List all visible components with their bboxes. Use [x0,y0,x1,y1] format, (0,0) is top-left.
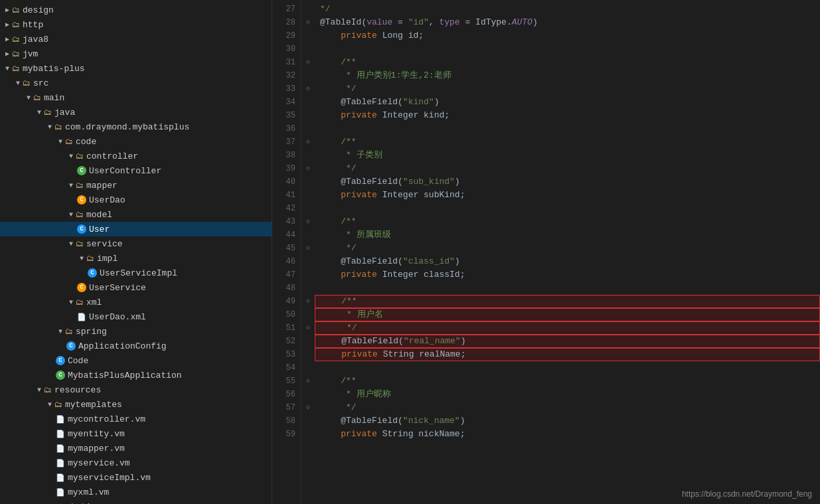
folder-label: design [23,5,54,15]
code-line: private Integer kind; [315,109,820,122]
sidebar-item[interactable]: 🗂jvm [0,46,272,61]
sidebar-item[interactable]: 🗂mybatis-plus [0,61,272,76]
line-number: 27 [272,3,301,16]
code-line: /** [315,215,820,228]
sidebar-item[interactable]: 📄myserviceImpl.vm [0,470,272,485]
gutter-marker [301,122,315,135]
file-label: UserController [89,166,161,176]
file-label: mycontroller.vm [68,414,145,424]
code-token: nickName; [413,428,465,441]
code-line: private Long id; [315,29,820,42]
line-number: 58 [272,414,301,428]
sidebar-item[interactable]: 🗂xml [0,295,272,309]
code-line [315,361,820,375]
code-line: * 用户名 [315,308,820,321]
code-token: /** [320,135,357,149]
folder-open-icon: 🗂 [76,210,84,220]
sidebar-item[interactable]: CUserService [0,280,272,295]
code-token: "id" [408,16,429,29]
sidebar-item[interactable]: 🗂com.draymond.mybatisplus [0,120,272,134]
code-line: /** [315,56,820,69]
line-number: 31 [272,56,301,69]
sidebar-item[interactable]: 🗂model [0,207,272,222]
sidebar-item[interactable]: CUser [0,222,272,236]
folder-arrow-icon [56,327,65,336]
sidebar-item[interactable]: CUserServiceImpl [0,266,272,280]
line-numbers: 2728293031323334353637383940414243444546… [272,0,301,504]
gutter-marker: ◇ [301,295,315,308]
sidebar-item[interactable]: 🗂http [0,17,272,32]
code-token: ) [461,335,466,348]
code-token: private [341,189,377,202]
sidebar-item[interactable]: 🗂static [0,499,272,504]
folder-label: spring [76,327,107,337]
code-editor: 2728293031323334353637383940414243444546… [272,0,820,504]
line-number: 49 [272,295,301,308]
code-token: ) [455,175,460,189]
sidebar-item[interactable]: 📄mymapper.vm [0,441,272,456]
class-icon: C [77,283,86,292]
line-number: 54 [272,361,301,375]
sidebar-item[interactable]: 🗂impl [0,251,272,266]
folder-open-icon: 🗂 [12,20,20,30]
sidebar-item[interactable]: CUserController [0,163,272,178]
line-number: 44 [272,228,301,242]
code-line [315,282,820,295]
line-number: 51 [272,321,301,335]
folder-label: com.draymond.mybatisplus [65,122,189,132]
file-tree[interactable]: 🗂design🗂http🗂java8🗂jvm🗂mybatis-plus🗂src🗂… [0,0,272,504]
folder-arrow-icon [45,122,54,131]
gutter-marker [301,255,315,268]
sidebar-item[interactable]: 🗂design [0,3,272,17]
folder-open-icon: 🗂 [12,64,20,74]
sidebar-item[interactable]: CApplicationConfig [0,339,272,353]
sidebar-item[interactable]: 🗂java [0,105,272,120]
line-number: 52 [272,335,301,348]
sidebar-item[interactable]: 📄myservice.vm [0,456,272,470]
vm-file-icon: 📄 [56,473,65,482]
code-line: @TableField("real_name") [315,335,820,348]
sidebar-item[interactable]: CUserDao [0,193,272,207]
code-token [377,109,382,122]
sidebar-item[interactable]: 🗂main [0,90,272,105]
sidebar-item[interactable]: 📄UserDao.xml [0,309,272,324]
sidebar-item[interactable]: 🗂mapper [0,178,272,193]
gutter-marker: ◇ [301,321,315,335]
line-number: 43 [272,215,301,228]
sidebar-item[interactable]: 🗂spring [0,324,272,339]
sidebar-item[interactable]: 🗂service [0,236,272,251]
gutter-marker: ◇ [301,82,315,96]
class-icon: C [56,356,65,365]
sidebar-item[interactable]: 📄mycontroller.vm [0,412,272,426]
sidebar-item[interactable]: 🗂src [0,76,272,90]
sidebar-item[interactable]: CCode [0,353,272,368]
code-line [315,122,820,135]
folder-arrow-icon [3,64,12,73]
folder-open-icon: 🗂 [44,108,52,118]
line-number: 32 [272,69,301,82]
sidebar-item[interactable]: 🗂controller [0,149,272,163]
folder-arrow-icon [24,93,33,102]
code-line: private String realName; [315,348,820,361]
code-line: @TableField("sub_kind") [315,175,820,189]
folder-label: xml [86,297,102,307]
code-line: private Integer classId; [315,268,820,282]
sidebar-item[interactable]: 🗂mytemplates [0,397,272,412]
code-token: private [341,29,377,42]
code-token: "class_id" [403,255,455,268]
sidebar-item[interactable]: 🗂resources [0,382,272,397]
folder-label: mapper [86,181,118,191]
line-number: 34 [272,96,301,109]
code-token: . [507,16,512,29]
sidebar-item[interactable]: CMybatisPlusApplication [0,368,272,382]
sidebar-item[interactable]: 📄myxml.vm [0,485,272,499]
sidebar-item[interactable]: 🗂code [0,134,272,149]
vm-file-icon: 📄 [56,415,65,424]
sidebar-item[interactable]: 🗂java8 [0,32,272,46]
gutter-marker: ◇ [301,242,315,255]
folder-arrow-icon [66,297,76,307]
code-token: */ [320,242,357,255]
sidebar-item[interactable]: 📄myentity.vm [0,426,272,441]
code-token [320,268,341,282]
code-token: @TableField( [320,255,403,268]
